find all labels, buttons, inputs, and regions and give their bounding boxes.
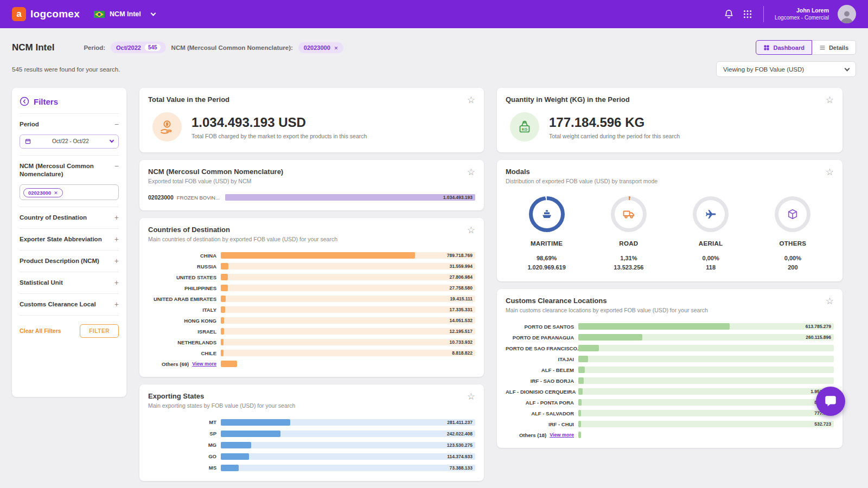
bar: [221, 317, 224, 324]
details-list-icon: [819, 44, 826, 51]
ncm-chip-value: 02023000: [304, 44, 330, 51]
bar-row: ALF - BELEM: [506, 364, 834, 375]
bar-row: GO 114.374.933: [148, 451, 475, 462]
bar-row: NETHERLANDS 10.733.932: [148, 337, 475, 348]
bar: [578, 388, 583, 395]
modal-road: ROAD 1,31% 13.523.256: [588, 196, 669, 271]
road-donut: [611, 196, 647, 232]
filter-section[interactable]: Country of Destination: [20, 207, 119, 229]
bar-track: 613.785.279: [578, 323, 834, 330]
truck-icon: [622, 208, 635, 221]
modal-maritime: MARITIME 98,69% 1.020.969.619: [506, 196, 588, 271]
results-count-text: 545 results were found for your search.: [12, 66, 120, 73]
expand-section-icon[interactable]: [114, 214, 119, 221]
weight-subtitle: Total weight carried during the period f…: [549, 133, 680, 139]
view-more-link[interactable]: View more: [550, 432, 574, 438]
bar-track: 242.022.408: [221, 431, 475, 437]
bar-label: UNITED STATES: [148, 274, 221, 280]
bar-value: 532.723: [814, 421, 831, 427]
notifications-bell-icon[interactable]: [724, 9, 734, 20]
tab-dashboard[interactable]: Dashboard: [756, 40, 812, 55]
filter-section[interactable]: Product Description (NCM): [20, 251, 119, 272]
favorite-star-icon[interactable]: [826, 95, 834, 105]
bar-track: [578, 356, 834, 362]
ncm-filter-chip[interactable]: 02023000: [23, 188, 63, 197]
expand-section-icon[interactable]: [114, 235, 119, 243]
filter-section-label: Product Description (NCM): [20, 257, 99, 265]
bar: [221, 263, 228, 269]
view-more-link[interactable]: View more: [192, 361, 216, 367]
tab-details[interactable]: Details: [812, 40, 856, 55]
clear-all-filters-link[interactable]: Clear All Filters: [20, 328, 61, 334]
favorite-star-icon[interactable]: [826, 297, 834, 306]
favorite-star-icon[interactable]: [826, 168, 834, 177]
chat-button[interactable]: [816, 387, 845, 416]
bar-track: 532.723: [578, 421, 834, 427]
bar-label: HONG KONG: [148, 318, 221, 324]
bar-value: 10.733.932: [449, 339, 473, 345]
card-title: Customs Clearance Locations: [506, 297, 708, 305]
user-info: John Lorem Logcomex - Comercial: [775, 7, 829, 22]
view-toggle: Dashboard Details: [756, 40, 856, 55]
filter-section-ncm: NCM (Mercosul Common Nomenclature) 02023…: [20, 156, 119, 207]
collapse-section-icon[interactable]: [114, 120, 119, 128]
bar: [578, 421, 581, 427]
modal-value: 13.523.256: [588, 264, 669, 271]
bar-track: 27.806.984: [221, 274, 475, 280]
bar-label: PORTO DE PARANAGUA: [506, 335, 578, 341]
bar-row: ALF - PONTA PORA 825.416: [506, 397, 834, 408]
user-name: John Lorem: [775, 7, 829, 14]
product-switcher[interactable]: NCM Intel: [94, 10, 155, 18]
aerial-donut: [693, 196, 729, 232]
ncm-filter-input[interactable]: 02023000: [20, 184, 119, 200]
card-title: Quantity in Weight (KG) in the Period: [506, 95, 630, 104]
bar-track: 12.195.517: [221, 328, 475, 335]
period-date-input[interactable]: Oct/22 - Oct/22: [20, 134, 119, 149]
bar: [221, 274, 228, 280]
bar-row: IRF - SAO BORJA: [506, 375, 834, 386]
logcomex-logo[interactable]: logcomex: [12, 7, 80, 21]
apps-grid-icon[interactable]: [743, 9, 752, 19]
favorite-star-icon[interactable]: [467, 226, 475, 235]
filter-button[interactable]: FILTER: [80, 324, 119, 338]
remove-ncm-chip-icon[interactable]: [334, 44, 339, 51]
expand-section-icon[interactable]: [114, 300, 119, 308]
period-count-badge: 545: [145, 44, 161, 51]
filter-section[interactable]: Exporter State Abbreviation: [20, 229, 119, 251]
others-label: Others (18): [519, 432, 546, 438]
period-chip[interactable]: Oct/2022 545: [111, 42, 166, 53]
bar-label: CHILE: [148, 350, 221, 356]
expand-section-icon[interactable]: [114, 279, 119, 286]
bar: [221, 419, 290, 426]
remove-ncm-filter-icon[interactable]: [54, 190, 58, 196]
bar-value: 14.051.532: [449, 318, 473, 323]
chevron-down-icon: [150, 11, 156, 16]
page-title: NCM Intel: [12, 42, 54, 53]
bar-row: IRF - CHUI 532.723: [506, 419, 834, 429]
collapse-section-icon[interactable]: [114, 162, 119, 170]
user-avatar[interactable]: [838, 5, 856, 23]
ncm-chip[interactable]: 02023000: [298, 42, 344, 53]
bar-track: 114.374.933: [221, 453, 475, 460]
filter-section[interactable]: Statistical Unit: [20, 272, 119, 294]
favorite-star-icon[interactable]: [467, 392, 475, 401]
bar-track: [578, 377, 834, 384]
viewing-by-select[interactable]: Viewing by FOB Value (USD): [716, 61, 856, 77]
svg-text:KG: KG: [522, 127, 528, 131]
modal-percent: 0,00%: [752, 255, 834, 261]
bar-row: PORTO DE SANTOS 613.785.279: [506, 321, 834, 332]
filter-section[interactable]: Customs Clearance Local: [20, 294, 119, 316]
expand-section-icon[interactable]: [114, 257, 119, 265]
bar-track: 1.034.493.193: [225, 194, 475, 201]
bar: [221, 465, 239, 471]
collapse-filters-icon[interactable]: [20, 97, 29, 106]
bar-label: NETHERLANDS: [148, 339, 221, 345]
favorite-star-icon[interactable]: [467, 168, 475, 177]
ncm-code: 02023000: [148, 194, 174, 201]
weight-value: 177.184.596 KG: [549, 115, 680, 130]
bar-track: 789.718.769: [221, 252, 475, 259]
bar-row: 02023000 FROZEN BOVIN... 1.034.493.193: [148, 192, 475, 203]
favorite-star-icon[interactable]: [467, 95, 475, 105]
customs-clearance-card: Customs Clearance Locations Main customs…: [497, 289, 843, 448]
weight-card: Quantity in Weight (KG) in the Period KG…: [497, 88, 843, 152]
